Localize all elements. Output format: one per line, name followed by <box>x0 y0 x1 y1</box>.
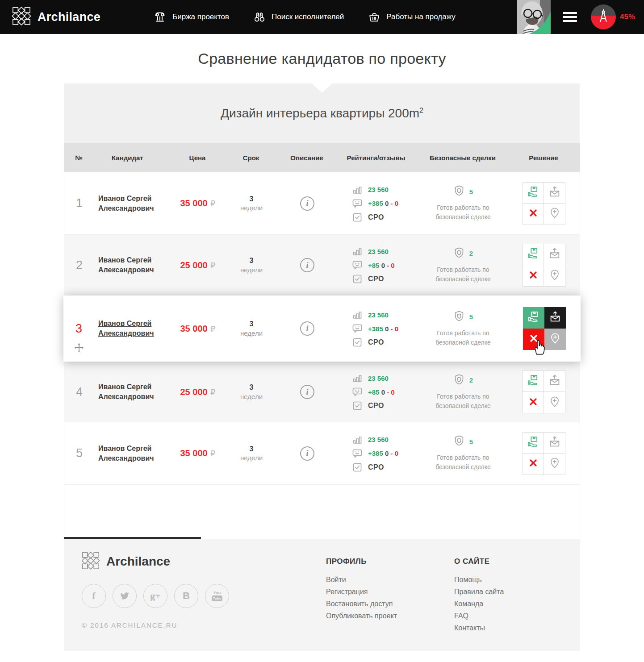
profile-progress-value: 45% <box>620 12 635 21</box>
send-message-button[interactable] <box>544 432 565 454</box>
send-message-button[interactable] <box>544 307 566 329</box>
nav-item-find-performers[interactable]: Поиск исполнителей <box>253 10 344 24</box>
shield-icon <box>453 310 465 325</box>
views-count: 23 560 <box>368 248 389 255</box>
reviews-dash: - <box>387 388 389 396</box>
google-plus-icon[interactable]: g+ <box>143 584 167 608</box>
twitter-icon[interactable] <box>113 584 137 608</box>
brand[interactable]: Archilance <box>12 7 100 27</box>
footer-link-restore-access[interactable]: Востановить доступ <box>326 600 397 608</box>
price-value: 25 000 <box>180 260 207 270</box>
ratings-cell: 23 560 +385 0 - 0 <box>334 434 419 473</box>
candidate-name[interactable]: Иванов Сергей Александрович <box>94 319 173 338</box>
safe-deals-count: 2 <box>469 375 473 386</box>
footer-link-register[interactable]: Регистрация <box>326 588 397 596</box>
facebook-icon[interactable]: f <box>82 584 106 608</box>
info-icon[interactable]: i <box>300 321 314 336</box>
deal-handshake-icon <box>527 247 539 262</box>
header-right: 45% <box>517 0 644 34</box>
info-icon[interactable]: i <box>300 446 314 461</box>
neutral-reviews: 0 <box>381 262 385 269</box>
send-message-button[interactable] <box>544 371 565 392</box>
checkbox-icon <box>352 212 363 223</box>
candidate-name[interactable]: Иванов Сергей Александрович <box>94 194 173 213</box>
price-value: 35 000 <box>180 324 207 333</box>
notch-decoration <box>312 83 332 93</box>
positive-reviews: +85 <box>368 388 379 396</box>
footer-link-publish-project[interactable]: Опубликовать проект <box>326 612 397 620</box>
accept-deal-button[interactable] <box>523 432 544 454</box>
info-icon[interactable]: i <box>300 385 314 399</box>
term-unit: недели <box>222 454 280 462</box>
profile-progress-gauge[interactable] <box>591 4 616 29</box>
info-icon[interactable]: i <box>300 258 314 272</box>
accept-deal-button[interactable] <box>523 182 544 204</box>
sro-label: СРО <box>368 338 384 346</box>
deal-handshake-icon <box>527 374 539 388</box>
nav-item-projects[interactable]: Биржа проектов <box>153 10 229 24</box>
footer-link-team[interactable]: Команда <box>454 600 504 608</box>
copyright: © 2016 ARCHILANCE.RU <box>82 621 229 629</box>
add-location-button[interactable] <box>544 454 565 475</box>
reject-button[interactable] <box>523 329 544 350</box>
menu-hamburger-button[interactable] <box>563 12 577 22</box>
description-cell: i <box>280 196 334 211</box>
info-icon[interactable]: i <box>300 196 314 211</box>
candidate-name[interactable]: Иванов Сергей Александрович <box>94 255 173 275</box>
safe-deals-cell: 5 Готов работать по безопасной сделке <box>419 435 507 472</box>
reject-button[interactable] <box>523 204 544 225</box>
safe-deals-cell: 5 Готов работать по безопасной сделке <box>419 310 507 347</box>
positive-reviews: +85 <box>368 262 379 269</box>
drag-move-icon[interactable] <box>73 342 85 355</box>
send-message-button[interactable] <box>544 244 565 265</box>
nav-label: Биржа проектов <box>172 12 229 21</box>
reject-button[interactable] <box>523 265 544 287</box>
footer-brand-title: Archilance <box>106 554 170 569</box>
location-plus-icon <box>549 457 560 470</box>
reject-button[interactable] <box>523 392 544 413</box>
footer-link-site-rules[interactable]: Правила сайта <box>454 588 504 596</box>
deal-handshake-icon <box>527 311 540 325</box>
accept-deal-button[interactable] <box>523 244 544 265</box>
send-message-icon <box>549 311 561 325</box>
accept-deal-button[interactable] <box>523 307 544 329</box>
table-tail-space <box>64 485 580 537</box>
footer-link-help[interactable]: Помощь <box>454 576 504 584</box>
shield-icon <box>453 185 465 199</box>
user-avatar[interactable] <box>517 0 551 34</box>
add-location-button[interactable] <box>544 265 565 287</box>
nav-item-works-for-sale[interactable]: Работы на продажу <box>368 10 456 24</box>
deal-handshake-icon <box>527 436 539 450</box>
behance-icon[interactable]: B <box>174 584 198 608</box>
send-message-icon <box>548 247 561 262</box>
row-number-cell: 2 <box>64 258 94 272</box>
ruble-sign: ₽ <box>210 449 215 458</box>
col-header-candidate: Кандидат <box>94 154 173 162</box>
youtube-icon[interactable]: You Tube <box>205 584 229 608</box>
comment-smile-icon <box>352 198 363 209</box>
sro-label: СРО <box>368 275 384 283</box>
row-number: 3 <box>75 322 82 335</box>
term-cell: 3 недели <box>222 444 280 463</box>
rating-sro-line: СРО <box>352 462 419 473</box>
candidate-name[interactable]: Иванов Сергей Александрович <box>94 444 173 463</box>
footer-brand[interactable]: Archilance <box>82 552 229 571</box>
candidate-name[interactable]: Иванов Сергей Александрович <box>94 382 173 401</box>
reject-button[interactable] <box>523 454 544 475</box>
term-value: 3 <box>222 256 280 266</box>
add-location-button[interactable] <box>544 392 565 413</box>
description-cell: i <box>280 258 334 272</box>
footer-link-contacts[interactable]: Контакты <box>454 624 504 632</box>
shield-icon <box>453 435 465 449</box>
add-location-button[interactable] <box>544 204 565 225</box>
ruble-sign: ₽ <box>210 324 215 333</box>
views-count: 23 560 <box>368 436 389 443</box>
add-location-button[interactable] <box>544 329 566 350</box>
table-row: 1 Иванов Сергей Александрович 35 000 ₽ 3… <box>64 172 580 235</box>
footer-link-login[interactable]: Войти <box>326 576 397 584</box>
column-icon <box>153 10 167 24</box>
send-message-button[interactable] <box>544 182 565 204</box>
accept-deal-button[interactable] <box>523 371 544 392</box>
description-cell: i <box>280 446 334 461</box>
footer-link-faq[interactable]: FAQ <box>454 612 504 620</box>
